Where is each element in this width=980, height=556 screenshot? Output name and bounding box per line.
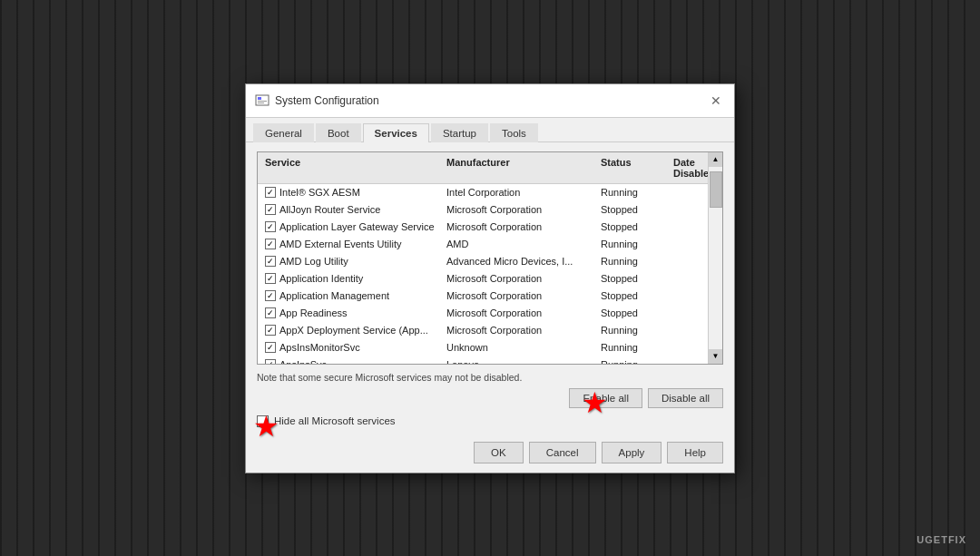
- manufacturer-cell: Microsoft Corporation: [443, 289, 597, 302]
- svg-rect-0: [256, 95, 269, 105]
- service-name-cell: Application Identity: [261, 272, 443, 285]
- table-row[interactable]: AppX Deployment Service (App...Microsoft…: [258, 322, 722, 339]
- service-checkbox[interactable]: [265, 256, 276, 267]
- service-checkbox[interactable]: [265, 187, 276, 198]
- manufacturer-cell: Intel Corporation: [443, 186, 597, 199]
- help-button[interactable]: Help: [667, 442, 723, 463]
- service-checkbox[interactable]: [265, 325, 276, 336]
- service-name-cell: AMD Log Utility: [261, 255, 443, 268]
- note-text: Note that some secure Microsoft services…: [257, 372, 723, 383]
- config-icon: [255, 93, 270, 108]
- scrollbar[interactable]: ▲ ▼: [708, 152, 722, 364]
- enable-disable-row: Enable all Disable all: [257, 388, 723, 408]
- service-checkbox[interactable]: [265, 342, 276, 353]
- tabs-bar: General Boot Services Startup Tools: [246, 118, 734, 142]
- status-cell: Stopped: [597, 220, 670, 233]
- table-row[interactable]: Application Layer Gateway ServiceMicroso…: [258, 219, 722, 236]
- table-row[interactable]: App ReadinessMicrosoft CorporationStoppe…: [258, 305, 722, 322]
- svg-rect-2: [258, 101, 267, 102]
- service-checkbox[interactable]: [265, 221, 276, 232]
- scroll-down[interactable]: ▼: [709, 349, 722, 364]
- col-service: Service: [261, 155, 443, 180]
- service-name-cell: ApsInsSvc: [261, 358, 443, 365]
- service-name: ApsInsSvc: [279, 359, 327, 365]
- system-config-dialog: System Configuration ✕ General Boot Serv…: [245, 83, 735, 473]
- service-name-cell: App Readiness: [261, 307, 443, 319]
- manufacturer-cell: Unknown: [443, 341, 597, 354]
- table-header: Service Manufacturer Status Date Disable…: [258, 152, 722, 184]
- service-checkbox[interactable]: [265, 273, 276, 284]
- ok-button[interactable]: OK: [474, 442, 524, 463]
- service-name: App Readiness: [279, 307, 348, 318]
- dialog-title: System Configuration: [275, 94, 379, 107]
- service-name-cell: Application Layer Gateway Service: [261, 220, 443, 233]
- col-status: Status: [597, 155, 670, 180]
- status-cell: Running: [597, 341, 670, 354]
- service-checkbox[interactable]: [265, 359, 276, 365]
- service-name: Application Management: [279, 290, 389, 301]
- table-row[interactable]: AllJoyn Router ServiceMicrosoft Corporat…: [258, 201, 722, 219]
- service-checkbox[interactable]: [265, 307, 276, 318]
- manufacturer-cell: Microsoft Corporation: [443, 272, 597, 285]
- status-cell: Running: [597, 324, 670, 337]
- enable-all-button[interactable]: Enable all: [569, 388, 642, 408]
- hide-microsoft-label: Hide all Microsoft services: [274, 415, 396, 426]
- status-cell: Running: [597, 186, 670, 199]
- tab-startup[interactable]: Startup: [431, 123, 488, 142]
- status-cell: Running: [597, 255, 670, 268]
- tab-boot[interactable]: Boot: [316, 123, 361, 142]
- table-body: Intel® SGX AESMIntel CorporationRunningA…: [258, 184, 722, 365]
- close-button[interactable]: ✕: [707, 92, 725, 110]
- service-name: Intel® SGX AESM: [279, 187, 360, 198]
- scroll-track[interactable]: [709, 167, 722, 349]
- hide-microsoft-checkbox[interactable]: [257, 415, 269, 427]
- table-row[interactable]: ApsInsMonitorSvcUnknownRunning: [258, 339, 722, 356]
- service-checkbox[interactable]: [265, 204, 276, 215]
- service-name-cell: Application Management: [261, 289, 443, 302]
- bottom-buttons: OK Cancel Apply Help: [257, 438, 723, 463]
- status-cell: Stopped: [597, 272, 670, 285]
- service-name-cell: ApsInsMonitorSvc: [261, 341, 443, 354]
- scroll-up[interactable]: ▲: [709, 152, 722, 167]
- table-row[interactable]: Intel® SGX AESMIntel CorporationRunning: [258, 184, 722, 201]
- service-name: ApsInsMonitorSvc: [279, 342, 360, 353]
- manufacturer-cell: Microsoft Corporation: [443, 324, 597, 337]
- manufacturer-cell: Advanced Micro Devices, I...: [443, 255, 597, 268]
- manufacturer-cell: Microsoft Corporation: [443, 203, 597, 216]
- tab-services[interactable]: Services: [363, 123, 429, 142]
- service-name: AMD Log Utility: [279, 256, 348, 267]
- manufacturer-cell: Microsoft Corporation: [443, 220, 597, 233]
- col-manufacturer: Manufacturer: [443, 155, 597, 180]
- svg-rect-1: [258, 97, 261, 100]
- status-cell: Stopped: [597, 307, 670, 319]
- apply-button[interactable]: Apply: [602, 442, 662, 463]
- table-row[interactable]: Application ManagementMicrosoft Corporat…: [258, 288, 722, 305]
- title-bar: System Configuration ✕: [246, 84, 734, 118]
- service-name: AppX Deployment Service (App...: [279, 325, 428, 336]
- tab-tools[interactable]: Tools: [490, 123, 538, 142]
- services-table: Service Manufacturer Status Date Disable…: [257, 151, 723, 365]
- hide-microsoft-row: Hide all Microsoft services: [257, 415, 723, 427]
- watermark: UGETFIX: [916, 534, 966, 545]
- service-checkbox[interactable]: [265, 239, 276, 249]
- disable-all-button[interactable]: Disable all: [648, 388, 723, 408]
- status-cell: Stopped: [597, 289, 670, 302]
- manufacturer-cell: Microsoft Corporation: [443, 307, 597, 319]
- manufacturer-cell: Lenovo.: [443, 358, 597, 365]
- dialog-content: Service Manufacturer Status Date Disable…: [246, 142, 734, 473]
- service-checkbox[interactable]: [265, 290, 276, 301]
- svg-rect-3: [258, 102, 264, 103]
- table-row[interactable]: AMD Log UtilityAdvanced Micro Devices, I…: [258, 253, 722, 270]
- status-cell: Stopped: [597, 203, 670, 216]
- service-name-cell: AMD External Events Utility: [261, 238, 443, 250]
- status-cell: Running: [597, 238, 670, 250]
- cancel-button[interactable]: Cancel: [529, 442, 596, 463]
- scroll-thumb[interactable]: [710, 171, 722, 208]
- table-row[interactable]: Application IdentityMicrosoft Corporatio…: [258, 270, 722, 288]
- tab-general[interactable]: General: [253, 123, 314, 142]
- table-row[interactable]: AMD External Events UtilityAMDRunning: [258, 236, 722, 253]
- service-name-cell: Intel® SGX AESM: [261, 186, 443, 199]
- table-row[interactable]: ApsInsSvcLenovo.Running: [258, 356, 722, 365]
- title-bar-left: System Configuration: [255, 93, 379, 108]
- service-name: Application Identity: [279, 273, 363, 284]
